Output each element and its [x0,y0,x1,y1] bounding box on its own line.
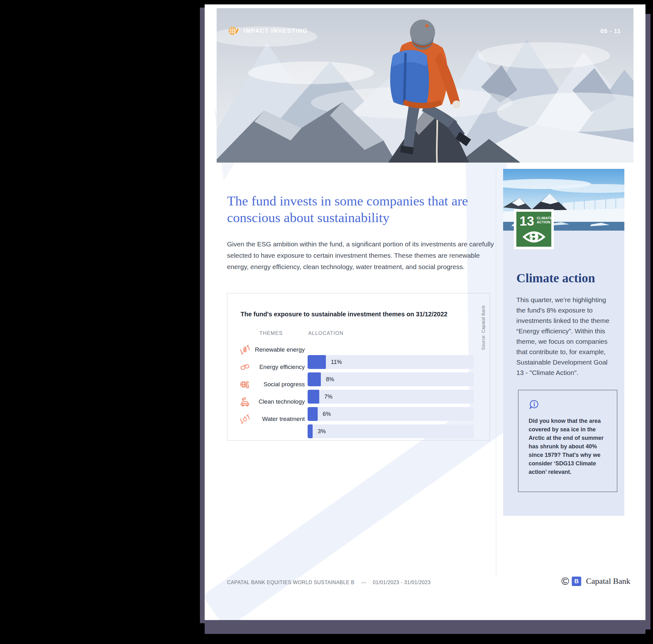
chart-rows: Renewable energy 11% Energy efficiency 8… [227,344,490,431]
footer-fund-info: CAPATAL BANK EQUITIES WORLD SUSTAINABLE … [227,580,431,585]
bar-track: 11% [308,355,474,369]
bank-name: Capatal Bank [586,577,630,586]
did-you-know-callout: Did you know that the area covered by se… [518,390,618,492]
article-intro: Given the ESG ambition within the fund, … [227,238,494,273]
bar-fill [308,407,318,421]
theme-label: Renewable energy [250,346,305,353]
theme-label: Social progress [250,381,305,388]
bar-value: 3% [318,428,326,435]
sidebar-body: This quarter, we’re highlighting the fun… [516,295,611,378]
footer-brand: © B Capatal Bank [561,576,630,586]
callout-text: Did you know that the area covered by se… [529,417,607,476]
clean-technology-icon [240,396,250,407]
article-title: The fund invests in some companies that … [227,192,488,226]
report-page: IMPACT INVESTING 05 - 11 The fund invest… [204,4,646,620]
info-bubble-icon [529,400,540,410]
bar-value: 7% [324,393,333,400]
hero-brand: IMPACT INVESTING [227,25,308,37]
bar-fill [308,355,326,369]
chart-column-headers: THEMES ALLOCATION [227,330,490,337]
copyright-icon: © [561,576,569,586]
allocation-column-header: ALLOCATION [308,330,343,336]
climate-sidebar: 13 CLIMATE ACTION Climate action This qu… [503,169,624,516]
themes-column-header: THEMES [260,330,283,336]
page-footer: CAPATAL BANK EQUITIES WORLD SUSTAINABLE … [204,575,646,591]
report-date-range: 01/01/2023 - 31/01/2023 [373,580,431,585]
water-treatment-icon [240,414,250,424]
bar-value: 11% [331,359,342,366]
fund-name: CAPATAL BANK EQUITIES WORLD SUSTAINABLE … [227,580,355,585]
chart-source: Source: Capatal Bank [481,305,486,350]
social-progress-icon [240,379,250,390]
bar-track: 6% [308,407,474,421]
bar-track: 3% [308,424,474,438]
sdg-label: CLIMATE ACTION [537,215,552,224]
energy-efficiency-icon [240,362,250,372]
sdg13-badge: 13 CLIMATE ACTION [514,209,554,249]
sidebar-heading: Climate action [516,271,595,285]
sdg-number: 13 [519,215,534,228]
bar-value: 6% [323,411,331,417]
bar-value: 8% [326,376,334,383]
footer-separator: — [361,580,366,585]
bar-track: 8% [308,372,474,386]
bar-fill [308,390,319,404]
chart-title: The fund's exposure to sustainable inves… [241,310,448,318]
bar-fill [308,424,313,438]
bar-track: 7% [308,390,474,404]
sdg13-eye-globe-icon [522,230,546,244]
theme-label: Water treatment [250,416,305,422]
bank-logo-icon: B [572,577,581,586]
column-divider [496,169,496,575]
screenshot-canvas: IMPACT INVESTING 05 - 11 The fund invest… [0,0,653,644]
page-number: 05 - 11 [600,28,621,34]
hero-brand-label: IMPACT INVESTING [243,27,308,34]
theme-label: Energy efficiency [250,364,305,370]
bar-fill [308,372,321,386]
exposure-chart-card: The fund's exposure to sustainable inves… [227,293,490,440]
impact-investing-logo-icon [227,25,240,37]
renewable-energy-icon [240,344,250,355]
hero-image: IMPACT INVESTING 05 - 11 [217,8,633,163]
chart-row: Renewable energy 11% [227,344,490,358]
theme-label: Clean technology [250,398,305,405]
